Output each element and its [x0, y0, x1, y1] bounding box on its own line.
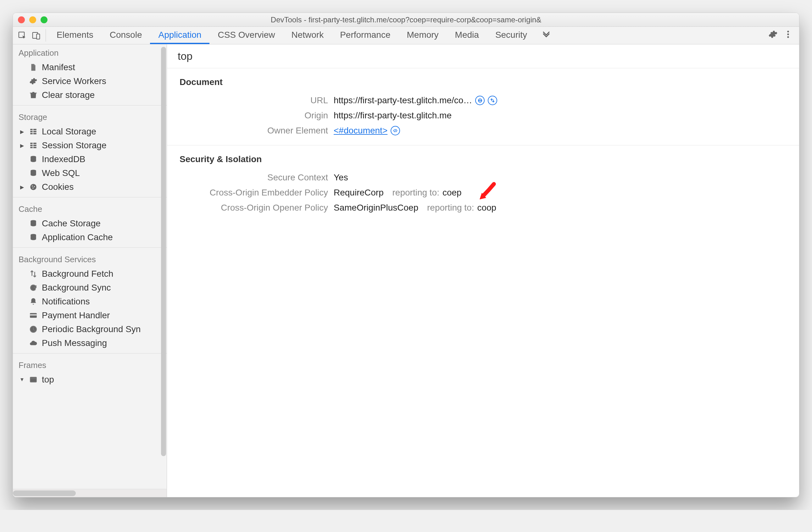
grid-icon — [29, 141, 38, 150]
sidebar-item-label: Local Storage — [42, 127, 96, 137]
zoom-window-button[interactable] — [41, 16, 47, 23]
sidebar-scrollbar-thumb[interactable] — [13, 490, 76, 496]
grid-icon — [29, 127, 38, 136]
copy-url-icon[interactable]: ⊖ — [475, 96, 484, 105]
inspect-element-icon[interactable] — [17, 30, 28, 41]
owner-element-label: Owner Element — [179, 126, 334, 136]
more-tabs-button[interactable] — [535, 27, 557, 44]
frame-title: top — [167, 44, 799, 68]
sidebar-item-top[interactable]: ▼top — [13, 373, 167, 387]
settings-icon[interactable] — [768, 30, 778, 41]
sidebar-item-label: Session Storage — [42, 140, 106, 151]
svg-point-20 — [30, 184, 37, 190]
svg-point-5 — [787, 36, 789, 38]
bell-icon — [29, 297, 38, 306]
sidebar-item-periodic-background-syn[interactable]: Periodic Background Syn — [13, 322, 167, 336]
sidebar-item-application-cache[interactable]: Application Cache — [13, 230, 167, 244]
sidebar-item-indexeddb[interactable]: IndexedDB — [13, 152, 167, 166]
sidebar-item-web-sql[interactable]: Web SQL — [13, 166, 167, 180]
sidebar-group-cache: Cache — [13, 200, 167, 216]
sidebar-item-label: IndexedDB — [42, 154, 86, 164]
svg-rect-10 — [30, 133, 33, 134]
svg-rect-15 — [33, 145, 37, 146]
sidebar-item-manifest[interactable]: Manifest — [13, 60, 167, 74]
svg-rect-17 — [33, 147, 37, 148]
db-icon — [29, 168, 38, 178]
reveal-in-network-icon[interactable] — [488, 96, 497, 105]
minimize-window-button[interactable] — [29, 16, 36, 23]
sidebar-item-label: Background Fetch — [42, 269, 113, 279]
application-sidebar: ApplicationManifestService WorkersClear … — [13, 44, 167, 497]
sidebar-item-push-messaging[interactable]: Push Messaging — [13, 336, 167, 350]
svg-point-22 — [34, 186, 35, 187]
gear-icon — [29, 76, 38, 86]
trash-icon — [29, 90, 38, 100]
sidebar-item-local-storage[interactable]: ▶Local Storage — [13, 125, 167, 139]
secure-context-label: Secure Context — [179, 172, 334, 183]
sidebar-item-notifications[interactable]: Notifications — [13, 295, 167, 308]
db-icon — [29, 233, 38, 242]
db-icon — [29, 155, 38, 164]
sidebar-item-session-storage[interactable]: ▶Session Storage — [13, 139, 167, 152]
coop-label: Cross-Origin Opener Policy — [179, 203, 334, 213]
svg-rect-9 — [33, 131, 37, 132]
clock-icon — [29, 324, 38, 334]
sidebar-item-background-fetch[interactable]: Background Fetch — [13, 267, 167, 281]
sidebar-group-frames: Frames — [13, 357, 167, 373]
coop-reporting-value: coop — [477, 203, 496, 213]
tab-css-overview[interactable]: CSS Overview — [209, 27, 283, 44]
more-options-icon[interactable] — [783, 30, 793, 41]
sidebar-item-cookies[interactable]: ▶Cookies — [13, 180, 167, 194]
svg-point-4 — [787, 33, 789, 35]
tab-console[interactable]: Console — [102, 27, 150, 44]
sidebar-item-background-sync[interactable]: Background Sync — [13, 281, 167, 295]
sidebar-item-payment-handler[interactable]: Payment Handler — [13, 308, 167, 322]
sync-icon — [29, 283, 38, 292]
chevron-down-icon: ▼ — [19, 377, 25, 382]
svg-point-3 — [787, 31, 789, 33]
sidebar-item-label: Application Cache — [42, 232, 113, 242]
devtools-window: DevTools - first-party-test.glitch.me/co… — [13, 13, 799, 498]
tab-application[interactable]: Application — [150, 27, 209, 44]
coep-reporting-value: coep — [443, 187, 462, 198]
coep-reporting-label: reporting to: — [392, 187, 439, 198]
sidebar-item-cache-storage[interactable]: Cache Storage — [13, 216, 167, 230]
card-icon — [29, 311, 38, 320]
coop-reporting-label: reporting to: — [427, 203, 474, 213]
tab-performance[interactable]: Performance — [332, 27, 398, 44]
url-label: URL — [179, 95, 334, 106]
sidebar-item-label: Clear storage — [42, 90, 95, 100]
divider — [46, 29, 46, 42]
svg-rect-6 — [30, 129, 33, 130]
tab-memory[interactable]: Memory — [398, 27, 447, 44]
secure-context-value: Yes — [334, 172, 348, 183]
svg-rect-29 — [30, 377, 37, 382]
sidebar-item-clear-storage[interactable]: Clear storage — [13, 88, 167, 102]
sidebar-item-service-workers[interactable]: Service Workers — [13, 74, 167, 88]
close-window-button[interactable] — [18, 16, 25, 23]
sidebar-item-label: Periodic Background Syn — [42, 324, 141, 334]
owner-element-link[interactable]: <#document> — [334, 126, 388, 136]
sidebar-item-label: Background Sync — [42, 283, 111, 293]
sidebar-item-label: Push Messaging — [42, 338, 107, 348]
reveal-in-elements-icon[interactable] — [391, 126, 400, 135]
tab-security[interactable]: Security — [487, 27, 535, 44]
updown-icon — [29, 269, 38, 279]
svg-point-21 — [32, 185, 33, 186]
frame-detail-view: top Document URL https://first-party-tes… — [167, 44, 799, 497]
svg-rect-7 — [33, 129, 37, 130]
svg-rect-8 — [30, 131, 33, 132]
tab-network[interactable]: Network — [283, 27, 332, 44]
file-icon — [29, 62, 38, 72]
coep-label: Cross-Origin Embedder Policy — [179, 187, 334, 198]
cookie-icon — [29, 182, 38, 192]
sidebar-scrollbar-horizontal[interactable] — [13, 489, 167, 497]
device-toolbar-icon[interactable] — [30, 30, 42, 41]
sidebar-group-application: Application — [13, 44, 167, 60]
tab-media[interactable]: Media — [447, 27, 487, 44]
traffic-lights — [18, 16, 47, 23]
window-title: DevTools - first-party-test.glitch.me/co… — [13, 15, 799, 24]
tab-elements[interactable]: Elements — [48, 27, 102, 44]
svg-rect-27 — [30, 314, 37, 316]
sidebar-scrollbar-vertical[interactable] — [161, 47, 166, 456]
